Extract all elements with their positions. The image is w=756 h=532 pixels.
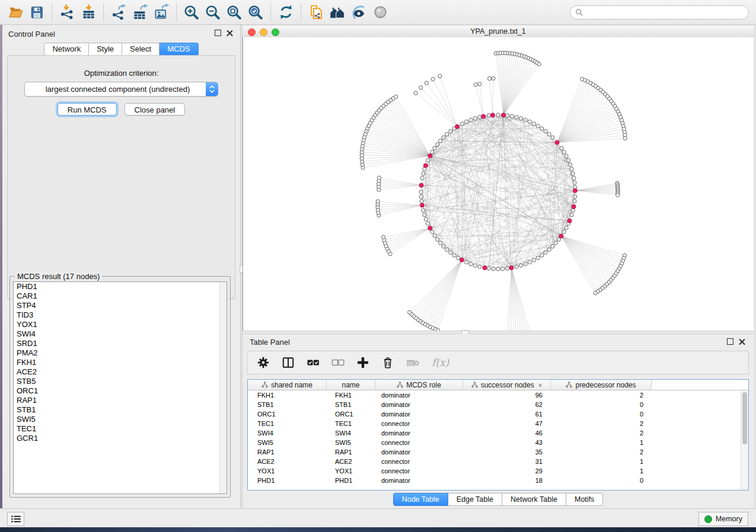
task-history-button[interactable]: [7, 512, 24, 526]
network-node[interactable]: [442, 136, 445, 139]
network-node[interactable]: [426, 222, 429, 225]
cell-predecessor-nodes[interactable]: 1: [551, 467, 652, 475]
table-scrollbar[interactable]: [741, 390, 748, 490]
network-node[interactable]: [544, 130, 547, 133]
save-session-icon[interactable]: [26, 2, 47, 23]
cell-successor-nodes[interactable]: 62: [463, 401, 551, 408]
network-node[interactable]: [547, 133, 551, 136]
tab-network[interactable]: Network: [44, 43, 89, 56]
list-item[interactable]: STP4: [14, 301, 227, 310]
network-node[interactable]: [419, 86, 423, 89]
add-icon[interactable]: [355, 354, 371, 371]
network-graph[interactable]: [243, 37, 754, 331]
table-scrollbar-thumb[interactable]: [742, 392, 747, 444]
dominator-node[interactable]: [455, 124, 460, 129]
network-node[interactable]: [414, 91, 417, 95]
network-node[interactable]: [487, 76, 491, 80]
dominator-node[interactable]: [555, 140, 559, 145]
network-node[interactable]: [442, 245, 445, 248]
list-item[interactable]: STB5: [14, 377, 227, 386]
network-node[interactable]: [515, 116, 518, 119]
network-node[interactable]: [465, 120, 468, 123]
list-item[interactable]: FKH1: [14, 358, 227, 367]
cell-MCDS-role[interactable]: dominator: [375, 411, 463, 418]
cell-shared-name[interactable]: SWI5: [248, 439, 327, 446]
cell-name[interactable]: SWI5: [327, 439, 375, 446]
dominator-node[interactable]: [509, 266, 513, 270]
network-node[interactable]: [501, 267, 505, 271]
network-node[interactable]: [382, 235, 385, 239]
table-row[interactable]: FKH1FKH1dominator962: [248, 390, 748, 400]
cell-predecessor-nodes[interactable]: 1: [551, 439, 652, 446]
cell-shared-name[interactable]: SWI4: [248, 430, 327, 437]
network-node[interactable]: [407, 310, 411, 314]
network-node[interactable]: [449, 130, 452, 133]
network-node[interactable]: [469, 262, 473, 265]
table-row[interactable]: SWI5SWI5connector431: [248, 438, 748, 447]
network-node[interactable]: [473, 264, 477, 267]
dominator-node[interactable]: [423, 164, 428, 168]
cell-name[interactable]: YOX1: [327, 467, 375, 475]
cell-MCDS-role[interactable]: connector: [375, 467, 463, 475]
network-node[interactable]: [473, 117, 477, 120]
network-node[interactable]: [431, 77, 435, 81]
cell-predecessor-nodes[interactable]: 2: [551, 448, 652, 456]
cell-successor-nodes[interactable]: 31: [463, 458, 551, 465]
network-node[interactable]: [562, 150, 566, 154]
cell-shared-name[interactable]: RAP1: [248, 448, 327, 456]
network-node[interactable]: [540, 127, 544, 130]
network-node[interactable]: [594, 291, 597, 294]
network-node[interactable]: [419, 195, 423, 198]
mcds-result-list[interactable]: PHD1CAR1STP4TID3YOX1SWI4SRD1PMA2FKH1ACE2…: [13, 281, 227, 494]
column-header-name[interactable]: name: [327, 380, 375, 390]
network-node[interactable]: [557, 238, 560, 241]
network-node[interactable]: [532, 258, 535, 262]
gear-icon[interactable]: [255, 354, 272, 371]
cell-predecessor-nodes[interactable]: 2: [551, 392, 652, 399]
network-node[interactable]: [445, 248, 449, 251]
float-panel-icon[interactable]: [727, 338, 733, 345]
network-node[interactable]: [571, 172, 575, 175]
network-node[interactable]: [506, 267, 509, 270]
network-node[interactable]: [465, 260, 468, 264]
dominator-node[interactable]: [502, 113, 506, 117]
network-node[interactable]: [570, 213, 573, 217]
close-panel-icon[interactable]: [739, 338, 745, 345]
network-node[interactable]: [572, 176, 576, 180]
dominator-node[interactable]: [419, 183, 423, 187]
network-node[interactable]: [422, 172, 425, 175]
cell-shared-name[interactable]: ACE2: [248, 458, 327, 465]
cell-predecessor-nodes[interactable]: 0: [551, 411, 652, 418]
list-item[interactable]: ACE2: [14, 367, 227, 377]
eye-slash-icon[interactable]: [348, 2, 369, 23]
network-node[interactable]: [573, 200, 576, 203]
network-node[interactable]: [524, 118, 527, 121]
table-row[interactable]: YOX1YOX1connector291: [248, 466, 748, 476]
column-header-MCDS-role[interactable]: MCDS role: [375, 380, 463, 390]
tab-select[interactable]: Select: [122, 43, 160, 56]
mcds-list-scrollbar[interactable]: [219, 282, 227, 493]
network-node[interactable]: [487, 267, 490, 270]
network-node[interactable]: [436, 238, 439, 241]
list-item[interactable]: CAR1: [14, 291, 227, 301]
network-node[interactable]: [377, 176, 381, 180]
network-node[interactable]: [571, 209, 575, 212]
cell-MCDS-role[interactable]: connector: [375, 458, 463, 465]
network-node[interactable]: [425, 81, 428, 85]
dominator-node[interactable]: [428, 153, 432, 158]
network-node[interactable]: [433, 146, 436, 150]
column-header-predecessor-nodes[interactable]: predecessor nodes: [551, 380, 652, 390]
network-node[interactable]: [422, 209, 425, 212]
table-row[interactable]: TEC1TEC1connector472: [248, 419, 748, 428]
network-node[interactable]: [573, 181, 576, 184]
memory-button[interactable]: Memory: [698, 512, 748, 526]
cell-successor-nodes[interactable]: 29: [463, 467, 551, 475]
network-node[interactable]: [547, 248, 551, 251]
export-table-icon[interactable]: [129, 2, 151, 23]
network-node[interactable]: [536, 256, 540, 259]
table-row[interactable]: SWI4SWI4dominator462: [248, 428, 748, 438]
network-node[interactable]: [536, 124, 540, 128]
list-item[interactable]: ORC1: [14, 386, 227, 396]
network-window-titlebar[interactable]: YPA_prune.txt_1: [243, 26, 754, 38]
search-input[interactable]: [583, 7, 748, 18]
